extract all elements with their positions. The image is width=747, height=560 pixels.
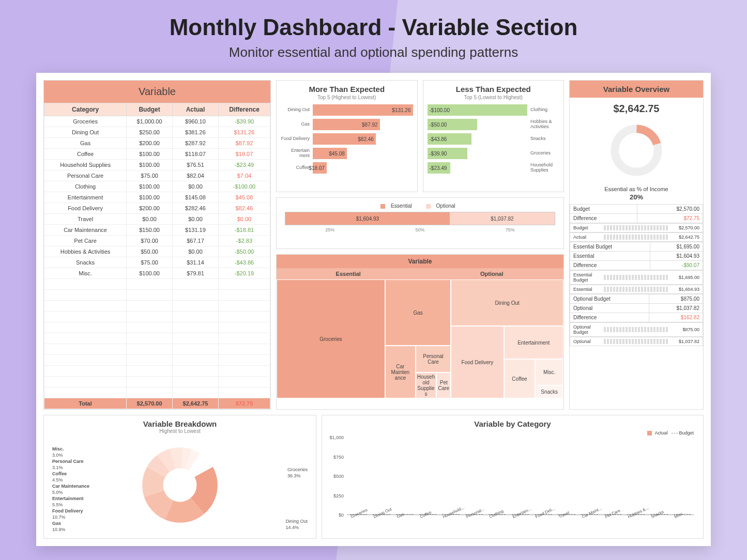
variable-table-title: Variable xyxy=(44,81,270,103)
overview-row: Optional Budget$875.00 xyxy=(570,294,703,304)
bar-row: Gas$87.92 xyxy=(281,119,413,130)
page-subtitle: Monitor essential and optional spending … xyxy=(0,44,747,73)
breakdown-panel: Variable Breakdown Highest to Lowest Mis… xyxy=(43,415,316,539)
treemap-panel: Variable Essential Optional Groceries Ga… xyxy=(276,254,564,410)
treemap-head-optional: Optional xyxy=(420,268,564,279)
table-header: Actual xyxy=(173,103,219,116)
breakdown-label: Groceries36.3% xyxy=(287,467,308,479)
bar-row: Household Supplies-$23.49 xyxy=(428,162,560,174)
overview-mini-bar: Optional Budget$875.00 xyxy=(570,322,703,337)
tm-household: Househ old Supplie s xyxy=(416,372,436,398)
bar-row: Dining Out$131.26 xyxy=(281,104,413,116)
overview-row: Difference$72.75 xyxy=(570,214,703,223)
overview-row: Budget$2,570.00 xyxy=(570,205,703,214)
more-subtitle: Top 5 (Highest to Lowest) xyxy=(281,95,413,100)
tm-carmaint: Car Mainten ance xyxy=(385,346,416,398)
top5-row: More Than Expected Top 5 (Highest to Low… xyxy=(276,80,564,192)
tm-gas: Gas xyxy=(385,279,451,346)
total-row: Total$2,570.00$2,642.75$72.75 xyxy=(44,398,270,409)
breakdown-label: Food Delivery10.7% xyxy=(52,508,83,520)
treemap-head-essential: Essential xyxy=(277,268,420,279)
overview-title: Variable Overview xyxy=(570,81,703,98)
table-row[interactable]: Dining Out$250.00$381.26$131.26 xyxy=(44,127,270,138)
tm-groceries: Groceries xyxy=(277,279,385,398)
table-header: Category xyxy=(44,103,127,116)
tm-petcare: Pet Care xyxy=(436,372,451,398)
table-row[interactable]: Coffee$100.00$118.07$18.07 xyxy=(44,149,270,160)
overview-row: Difference$162.82 xyxy=(570,313,703,322)
variable-table: CategoryBudgetActualDifference Groceries… xyxy=(44,103,270,409)
bar-row: Snacks-$43.86 xyxy=(428,133,560,145)
page-title: Monthly Dashboard - Variable Section xyxy=(0,0,747,44)
bycat-legend: Actual Budget xyxy=(326,430,699,435)
breakdown-label: Personal Care3.1% xyxy=(52,459,84,471)
table-row[interactable]: Clothing$100.00$0.00-$100.00 xyxy=(44,181,270,192)
breakdown-subtitle: Highest to Lowest xyxy=(48,428,312,434)
overview-pct-label: Essential as % of Income xyxy=(570,184,703,193)
variable-overview-panel: Variable Overview $2,642.75 Essential as… xyxy=(569,80,704,410)
tm-misc: Misc. xyxy=(535,359,563,385)
tm-snacks: Snacks xyxy=(535,385,563,398)
overview-row: Difference-$90.07 xyxy=(570,261,703,270)
breakdown-label: Dining Out14.4% xyxy=(285,519,308,531)
overview-pct-value: 20% xyxy=(570,193,703,204)
tm-fooddelivery: Food Delivery xyxy=(451,326,504,398)
overview-mini-bar: Actual$2,642.75 xyxy=(570,232,703,242)
table-row[interactable]: Snacks$75.00$31.14-$43.86 xyxy=(44,257,270,268)
bar-row: Clothing-$100.00 xyxy=(428,104,560,116)
table-row[interactable]: Groceries$1,000.00$960.10-$39.90 xyxy=(44,116,270,127)
bar-row: Entertain ment$45.08 xyxy=(281,148,413,159)
split-legend: Essential Optional xyxy=(285,203,555,209)
overview-row: Essential$1,604.93 xyxy=(570,252,703,261)
breakdown-label: Gas10.9% xyxy=(52,521,66,533)
overview-mini-bar: Essential$1,604.93 xyxy=(570,285,703,294)
table-row[interactable]: Gas$200.00$287.92$87.92 xyxy=(44,138,270,149)
table-row[interactable]: Food Delivery$200.00$282.46$82.46 xyxy=(44,203,270,214)
breakdown-label: Misc.3.0% xyxy=(52,446,64,458)
overview-mini-bar: Budget$2,570.00 xyxy=(570,223,703,232)
breakdown-title: Variable Breakdown xyxy=(48,419,312,428)
essential-optional-split: Essential Optional $1,604.93 $1,037.82 2… xyxy=(276,197,564,249)
overview-donut xyxy=(570,117,703,184)
breakdown-label: Entertainment5.5% xyxy=(52,496,84,508)
split-essential-bar: $1,604.93 xyxy=(285,212,450,225)
bycat-panel: Variable by Category Actual Budget $1,00… xyxy=(322,415,704,539)
breakdown-label: Coffee4.5% xyxy=(52,471,67,483)
less-title: Less Than Expected xyxy=(428,85,560,94)
overview-row: Optional$1,037.82 xyxy=(570,304,703,313)
table-row[interactable]: Pet Care$70.00$67.17-$2.83 xyxy=(44,236,270,246)
tm-entertainment: Entertainment xyxy=(504,326,563,359)
breakdown-label: Car Maintenance5.0% xyxy=(52,484,89,495)
overview-mini-bar: Essential Budget$1,695.00 xyxy=(570,270,703,285)
table-row[interactable]: Car Maintenance$150.00$131.19-$18.81 xyxy=(44,225,270,236)
table-header: Budget xyxy=(127,103,173,116)
variable-table-panel: Variable CategoryBudgetActualDifference … xyxy=(43,80,271,410)
less-than-expected-panel: Less Than Expected Top 5 (Lowest to High… xyxy=(423,80,565,192)
treemap-title: Variable xyxy=(277,255,563,268)
tm-personalcare: Personal Care xyxy=(416,346,451,372)
more-title: More Than Expected xyxy=(281,85,413,94)
table-row[interactable]: Entertainment$100.00$145.08$45.08 xyxy=(44,192,270,203)
bar-row: Coffee$18.07 xyxy=(281,162,413,174)
bottom-row: Variable Breakdown Highest to Lowest Mis… xyxy=(43,415,704,539)
bar-row: Food Delivery$82.46 xyxy=(281,133,413,145)
overview-mini-bar: Optional$1,037.82 xyxy=(570,337,703,346)
tm-diningout: Dining Out xyxy=(451,279,563,326)
table-row[interactable]: Personal Care$75.00$82.04$7.04 xyxy=(44,170,270,181)
bar-row: Groceries-$39.90 xyxy=(428,148,560,159)
overview-total: $2,642.75 xyxy=(570,98,703,117)
table-row[interactable]: Travel$0.00$0.00$0.00 xyxy=(44,214,270,225)
tm-coffee: Coffee xyxy=(504,359,536,398)
overview-row: Essential Budget$1,695.00 xyxy=(570,242,703,252)
table-row[interactable]: Hobbies & Activities$50.00$0.00-$50.00 xyxy=(44,246,270,257)
more-than-expected-panel: More Than Expected Top 5 (Highest to Low… xyxy=(276,80,418,192)
breakdown-donut xyxy=(136,441,224,529)
bar-row: Hobbies & Activities-$50.00 xyxy=(428,119,560,130)
less-subtitle: Top 5 (Lowest to Highest) xyxy=(428,95,560,100)
split-optional-bar: $1,037.82 xyxy=(450,212,555,225)
table-row[interactable]: Misc.$100.00$79.81-$20.19 xyxy=(44,268,270,279)
bycat-title: Variable by Category xyxy=(326,419,699,428)
dashboard: Variable CategoryBudgetActualDifference … xyxy=(36,73,711,546)
table-header: Difference xyxy=(218,103,270,116)
table-row[interactable]: Household Supplies$100.00$76.51-$23.49 xyxy=(44,160,270,170)
